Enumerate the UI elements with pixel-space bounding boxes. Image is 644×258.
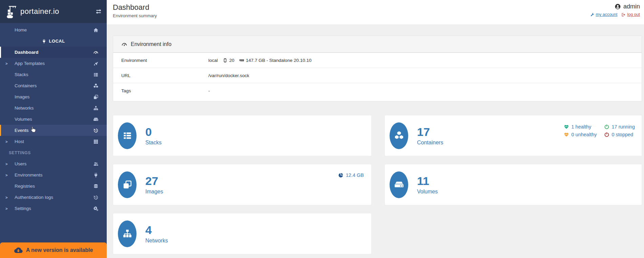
stacks-card[interactable]: 0 Stacks [113, 115, 372, 156]
volumes-card[interactable]: 11 Volumes [385, 164, 642, 205]
cubes-icon [93, 83, 99, 89]
sidebar-item-dashboard[interactable]: Dashboard [0, 47, 107, 58]
tags-row-label: Tags [121, 88, 208, 93]
volumes-label: Volumes [417, 189, 438, 195]
healthy-status: 1 healthy [564, 124, 597, 130]
environment-row-label: Environment [121, 58, 208, 63]
sidebar-item-app-templates[interactable]: App Templates [0, 58, 107, 69]
chevron-right-icon [5, 207, 7, 211]
volumes-count: 11 [417, 175, 438, 187]
sidebar-item-images[interactable]: Images [0, 91, 107, 102]
user-block: admin my account log out [590, 3, 640, 17]
chevron-right-icon [5, 195, 7, 200]
images-card[interactable]: 27 Images 12.4 GB [113, 164, 372, 205]
networks-label: Networks [145, 238, 168, 244]
title-block: Dashboard Environment summary [113, 3, 157, 18]
logo-text[interactable]: portainer.io [20, 7, 59, 16]
sidebar-section-local: LOCAL [0, 36, 107, 47]
logo-row: portainer.io [0, 0, 107, 23]
sidebar-section-settings: SETTINGS [0, 147, 107, 158]
images-label: Images [145, 189, 163, 195]
page-subtitle: Environment summary [113, 13, 157, 18]
hdd-icon [394, 180, 404, 190]
sidebar-item-settings[interactable]: Settings [0, 203, 107, 214]
sitemap-icon [93, 105, 99, 111]
sidebar-item-stacks[interactable]: Stacks [0, 69, 107, 80]
sidebar-item-networks[interactable]: Networks [0, 102, 107, 114]
user-links: my account log out [590, 12, 640, 17]
running-status: 17 running [604, 124, 635, 130]
sign-out-icon [621, 13, 626, 17]
sidebar-item-events[interactable]: Events [0, 125, 107, 136]
url-row: URL /var/run/docker.sock [113, 68, 642, 83]
environment-row: Environment local 20 147.7 GB - Standalo… [113, 53, 642, 68]
containers-card[interactable]: 17 Containers 1 healthy 17 running 0 unh… [385, 115, 642, 156]
microchip-icon [223, 58, 228, 63]
chevron-right-icon [5, 162, 7, 166]
sidebar-item-users[interactable]: Users [0, 158, 107, 169]
sidebar-collapse-icon[interactable] [95, 8, 102, 15]
chevron-right-icon [5, 173, 7, 177]
sidebar-item-registries[interactable]: Registries [0, 181, 107, 192]
update-banner-label: A new version is available [26, 247, 93, 253]
heartbeat-icon [564, 132, 569, 137]
dashboard-cards: 0 Stacks 17 Containers 1 healthy [113, 115, 642, 254]
content: Environment info Environment local 20 14… [107, 24, 644, 258]
url-row-label: URL [121, 73, 208, 78]
sidebar-item-volumes[interactable]: Volumes [0, 114, 107, 125]
networks-card-text: 4 Networks [145, 224, 168, 244]
list-icon [122, 131, 132, 141]
stopped-status: 0 stopped [604, 132, 635, 137]
power-icon [604, 132, 609, 137]
images-icon-circle [118, 171, 137, 198]
containers-count: 17 [417, 126, 443, 138]
images-card-text: 27 Images [145, 175, 163, 195]
chevron-right-icon [5, 62, 7, 66]
update-banner[interactable]: A new version is available [0, 242, 107, 258]
plug-icon [93, 172, 99, 178]
history-icon [93, 195, 99, 200]
environment-info-widget: Environment info Environment local 20 14… [113, 36, 642, 101]
database-icon [93, 184, 99, 189]
sidebar-item-home[interactable]: Home [0, 24, 107, 36]
topbar: Dashboard Environment summary admin my a… [107, 0, 644, 24]
networks-icon-circle [118, 220, 137, 247]
chevron-right-icon [5, 140, 7, 144]
tachometer-icon [93, 50, 99, 55]
page-title: Dashboard [113, 3, 157, 12]
images-size-badge: 12.4 GB [338, 172, 364, 178]
clone-icon [122, 180, 132, 190]
containers-icon-circle [390, 122, 408, 149]
sitemap-icon [122, 229, 132, 239]
sidebar-item-environments[interactable]: Environments [0, 169, 107, 181]
images-count: 27 [145, 175, 163, 187]
log-out-link[interactable]: log out [621, 12, 640, 17]
plug-icon [42, 39, 46, 44]
tachometer-icon [121, 41, 127, 47]
clone-icon [93, 94, 99, 100]
portainer-logo-icon[interactable] [6, 4, 18, 19]
environment-name: local [208, 58, 218, 63]
rocket-icon [93, 61, 99, 66]
cpu-chunk: 20 [223, 58, 234, 63]
sidebar: portainer.io Home LOCAL Dashboard App Te… [0, 0, 107, 258]
main-area: Dashboard Environment summary admin my a… [107, 0, 644, 258]
environment-info-title: Environment info [131, 41, 171, 47]
networks-card[interactable]: 4 Networks [113, 213, 372, 254]
user-circle-icon [615, 3, 621, 10]
cogs-icon [93, 206, 99, 211]
sidebar-item-authentication-logs[interactable]: Authentication logs [0, 192, 107, 203]
stacks-count: 0 [145, 126, 162, 138]
container-statuses: 1 healthy 17 running 0 unhealthy 0 stopp… [564, 124, 635, 137]
environment-info-body: Environment local 20 147.7 GB - Standalo… [113, 53, 642, 101]
my-account-link[interactable]: my account [590, 12, 618, 17]
user-line: admin [590, 3, 640, 10]
sidebar-item-host[interactable]: Host [0, 136, 107, 147]
cpu-count: 20 [229, 58, 234, 63]
sidebar-item-containers[interactable]: Containers [0, 80, 107, 91]
stacks-icon-circle [118, 122, 137, 149]
cubes-icon [394, 131, 404, 141]
memory-icon [239, 58, 244, 63]
environment-info-header: Environment info [113, 36, 642, 53]
home-icon [93, 27, 99, 33]
